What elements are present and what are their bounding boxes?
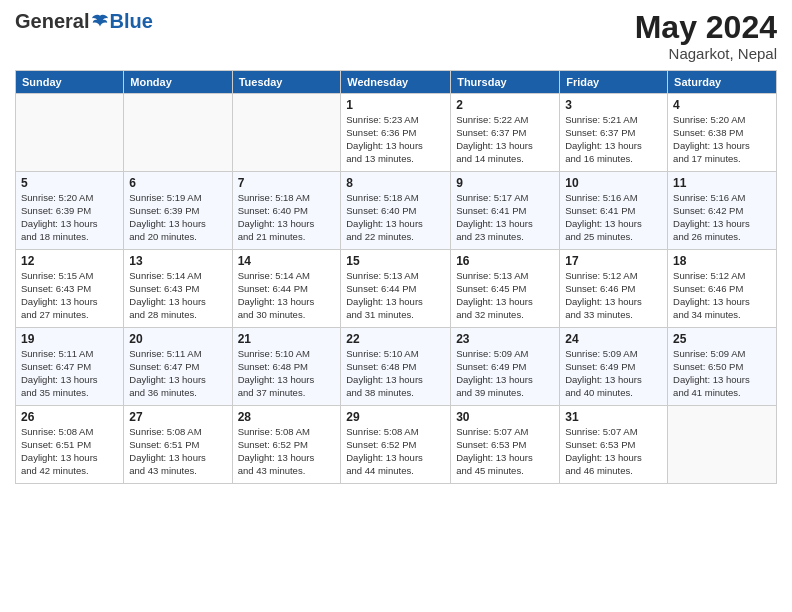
calendar-cell: 25Sunrise: 5:09 AMSunset: 6:50 PMDayligh… — [668, 328, 777, 406]
day-number: 7 — [238, 176, 336, 190]
title-block: May 2024 Nagarkot, Nepal — [635, 10, 777, 62]
day-detail: Sunrise: 5:11 AMSunset: 6:47 PMDaylight:… — [129, 348, 226, 399]
day-number: 12 — [21, 254, 118, 268]
col-header-thursday: Thursday — [451, 71, 560, 94]
col-header-friday: Friday — [560, 71, 668, 94]
calendar-cell: 8Sunrise: 5:18 AMSunset: 6:40 PMDaylight… — [341, 172, 451, 250]
day-detail: Sunrise: 5:16 AMSunset: 6:41 PMDaylight:… — [565, 192, 662, 243]
logo-bird-icon — [91, 13, 109, 31]
day-number: 20 — [129, 332, 226, 346]
day-number: 22 — [346, 332, 445, 346]
day-detail: Sunrise: 5:09 AMSunset: 6:49 PMDaylight:… — [456, 348, 554, 399]
day-detail: Sunrise: 5:20 AMSunset: 6:39 PMDaylight:… — [21, 192, 118, 243]
day-detail: Sunrise: 5:23 AMSunset: 6:36 PMDaylight:… — [346, 114, 445, 165]
day-number: 6 — [129, 176, 226, 190]
calendar-cell: 1Sunrise: 5:23 AMSunset: 6:36 PMDaylight… — [341, 94, 451, 172]
day-number: 5 — [21, 176, 118, 190]
calendar-cell: 31Sunrise: 5:07 AMSunset: 6:53 PMDayligh… — [560, 406, 668, 484]
day-number: 3 — [565, 98, 662, 112]
day-number: 28 — [238, 410, 336, 424]
calendar-cell — [668, 406, 777, 484]
calendar-week-row: 5Sunrise: 5:20 AMSunset: 6:39 PMDaylight… — [16, 172, 777, 250]
calendar-week-row: 1Sunrise: 5:23 AMSunset: 6:36 PMDaylight… — [16, 94, 777, 172]
calendar-cell: 21Sunrise: 5:10 AMSunset: 6:48 PMDayligh… — [232, 328, 341, 406]
calendar-cell: 10Sunrise: 5:16 AMSunset: 6:41 PMDayligh… — [560, 172, 668, 250]
header: General Blue May 2024 Nagarkot, Nepal — [15, 10, 777, 62]
day-number: 30 — [456, 410, 554, 424]
day-detail: Sunrise: 5:19 AMSunset: 6:39 PMDaylight:… — [129, 192, 226, 243]
calendar-cell — [16, 94, 124, 172]
col-header-sunday: Sunday — [16, 71, 124, 94]
calendar-cell: 6Sunrise: 5:19 AMSunset: 6:39 PMDaylight… — [124, 172, 232, 250]
day-number: 13 — [129, 254, 226, 268]
day-detail: Sunrise: 5:18 AMSunset: 6:40 PMDaylight:… — [238, 192, 336, 243]
day-number: 14 — [238, 254, 336, 268]
calendar-cell: 19Sunrise: 5:11 AMSunset: 6:47 PMDayligh… — [16, 328, 124, 406]
day-detail: Sunrise: 5:12 AMSunset: 6:46 PMDaylight:… — [673, 270, 771, 321]
calendar-cell: 13Sunrise: 5:14 AMSunset: 6:43 PMDayligh… — [124, 250, 232, 328]
calendar-week-row: 26Sunrise: 5:08 AMSunset: 6:51 PMDayligh… — [16, 406, 777, 484]
day-detail: Sunrise: 5:09 AMSunset: 6:50 PMDaylight:… — [673, 348, 771, 399]
day-detail: Sunrise: 5:08 AMSunset: 6:52 PMDaylight:… — [238, 426, 336, 477]
day-detail: Sunrise: 5:13 AMSunset: 6:45 PMDaylight:… — [456, 270, 554, 321]
day-number: 19 — [21, 332, 118, 346]
day-number: 31 — [565, 410, 662, 424]
calendar-cell — [232, 94, 341, 172]
day-number: 23 — [456, 332, 554, 346]
day-detail: Sunrise: 5:10 AMSunset: 6:48 PMDaylight:… — [346, 348, 445, 399]
logo-general: General — [15, 10, 89, 33]
calendar-cell: 5Sunrise: 5:20 AMSunset: 6:39 PMDaylight… — [16, 172, 124, 250]
day-detail: Sunrise: 5:22 AMSunset: 6:37 PMDaylight:… — [456, 114, 554, 165]
day-number: 4 — [673, 98, 771, 112]
page: General Blue May 2024 Nagarkot, Nepal Su… — [0, 0, 792, 612]
day-number: 21 — [238, 332, 336, 346]
month-year: May 2024 — [635, 10, 777, 45]
calendar-cell: 22Sunrise: 5:10 AMSunset: 6:48 PMDayligh… — [341, 328, 451, 406]
calendar-cell: 27Sunrise: 5:08 AMSunset: 6:51 PMDayligh… — [124, 406, 232, 484]
day-detail: Sunrise: 5:08 AMSunset: 6:51 PMDaylight:… — [21, 426, 118, 477]
day-detail: Sunrise: 5:18 AMSunset: 6:40 PMDaylight:… — [346, 192, 445, 243]
calendar-cell: 12Sunrise: 5:15 AMSunset: 6:43 PMDayligh… — [16, 250, 124, 328]
day-detail: Sunrise: 5:07 AMSunset: 6:53 PMDaylight:… — [456, 426, 554, 477]
day-detail: Sunrise: 5:07 AMSunset: 6:53 PMDaylight:… — [565, 426, 662, 477]
logo: General Blue — [15, 10, 153, 33]
day-detail: Sunrise: 5:12 AMSunset: 6:46 PMDaylight:… — [565, 270, 662, 321]
day-number: 15 — [346, 254, 445, 268]
day-detail: Sunrise: 5:21 AMSunset: 6:37 PMDaylight:… — [565, 114, 662, 165]
day-number: 11 — [673, 176, 771, 190]
day-detail: Sunrise: 5:13 AMSunset: 6:44 PMDaylight:… — [346, 270, 445, 321]
calendar-cell: 11Sunrise: 5:16 AMSunset: 6:42 PMDayligh… — [668, 172, 777, 250]
day-number: 24 — [565, 332, 662, 346]
calendar-cell: 30Sunrise: 5:07 AMSunset: 6:53 PMDayligh… — [451, 406, 560, 484]
day-number: 2 — [456, 98, 554, 112]
day-detail: Sunrise: 5:10 AMSunset: 6:48 PMDaylight:… — [238, 348, 336, 399]
calendar-cell: 28Sunrise: 5:08 AMSunset: 6:52 PMDayligh… — [232, 406, 341, 484]
day-detail: Sunrise: 5:14 AMSunset: 6:44 PMDaylight:… — [238, 270, 336, 321]
day-number: 26 — [21, 410, 118, 424]
calendar-table: SundayMondayTuesdayWednesdayThursdayFrid… — [15, 70, 777, 484]
day-number: 27 — [129, 410, 226, 424]
day-detail: Sunrise: 5:17 AMSunset: 6:41 PMDaylight:… — [456, 192, 554, 243]
day-detail: Sunrise: 5:08 AMSunset: 6:51 PMDaylight:… — [129, 426, 226, 477]
calendar-cell: 4Sunrise: 5:20 AMSunset: 6:38 PMDaylight… — [668, 94, 777, 172]
day-number: 16 — [456, 254, 554, 268]
calendar-cell: 16Sunrise: 5:13 AMSunset: 6:45 PMDayligh… — [451, 250, 560, 328]
col-header-saturday: Saturday — [668, 71, 777, 94]
calendar-week-row: 19Sunrise: 5:11 AMSunset: 6:47 PMDayligh… — [16, 328, 777, 406]
calendar-cell: 7Sunrise: 5:18 AMSunset: 6:40 PMDaylight… — [232, 172, 341, 250]
calendar-cell: 3Sunrise: 5:21 AMSunset: 6:37 PMDaylight… — [560, 94, 668, 172]
day-detail: Sunrise: 5:20 AMSunset: 6:38 PMDaylight:… — [673, 114, 771, 165]
calendar-cell: 17Sunrise: 5:12 AMSunset: 6:46 PMDayligh… — [560, 250, 668, 328]
calendar-header-row: SundayMondayTuesdayWednesdayThursdayFrid… — [16, 71, 777, 94]
day-number: 25 — [673, 332, 771, 346]
calendar-cell: 23Sunrise: 5:09 AMSunset: 6:49 PMDayligh… — [451, 328, 560, 406]
day-detail: Sunrise: 5:14 AMSunset: 6:43 PMDaylight:… — [129, 270, 226, 321]
day-number: 18 — [673, 254, 771, 268]
calendar-cell: 2Sunrise: 5:22 AMSunset: 6:37 PMDaylight… — [451, 94, 560, 172]
day-detail: Sunrise: 5:08 AMSunset: 6:52 PMDaylight:… — [346, 426, 445, 477]
calendar-cell: 20Sunrise: 5:11 AMSunset: 6:47 PMDayligh… — [124, 328, 232, 406]
calendar-week-row: 12Sunrise: 5:15 AMSunset: 6:43 PMDayligh… — [16, 250, 777, 328]
day-number: 8 — [346, 176, 445, 190]
calendar-cell: 26Sunrise: 5:08 AMSunset: 6:51 PMDayligh… — [16, 406, 124, 484]
day-detail: Sunrise: 5:11 AMSunset: 6:47 PMDaylight:… — [21, 348, 118, 399]
